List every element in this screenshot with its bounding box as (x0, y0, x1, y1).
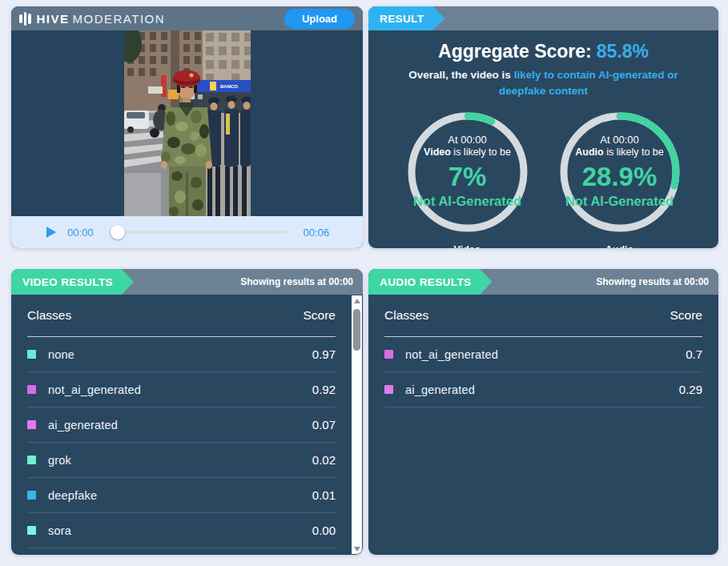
aggregate-score-line: Aggregate Score:85.8% (368, 41, 718, 62)
table-header-row: Classes Score (384, 295, 702, 337)
table-row: grok0.02 (27, 443, 336, 478)
table-row: none0.97 (27, 337, 336, 372)
result-panel: RESULT Aggregate Score:85.8% Overall, th… (368, 6, 718, 248)
seek-track[interactable] (109, 231, 289, 234)
seek-bar[interactable] (109, 225, 289, 239)
table-row: sora0.00 (27, 513, 336, 548)
seek-thumb[interactable] (111, 225, 125, 239)
bank-banner-text: BANCO (220, 84, 238, 89)
showing-results-label: Showing results at 00:00 (240, 276, 353, 287)
class-color-swatch (384, 385, 393, 394)
gauge-likely-line: Video is likely to be (424, 147, 511, 159)
class-color-swatch (27, 385, 36, 394)
result-summary: Overall, the video is likely to contain … (389, 67, 698, 100)
classes-column-header: Classes (27, 308, 71, 323)
table-row: deepfake0.01 (27, 478, 336, 513)
class-label: sora (48, 524, 71, 537)
class-label: none (48, 348, 74, 361)
video-gauge-block: At 00:00 Video is likely to be 7% Not AI… (404, 108, 532, 249)
class-score: 0.92 (312, 383, 336, 396)
video-gauge-caption: Video (404, 244, 532, 249)
class-label: grok (48, 454, 71, 467)
audio-results-header-bar: AUDIO RESULTS Showing results at 00:00 (368, 269, 718, 295)
upload-button[interactable]: Upload (284, 9, 355, 29)
class-score: 0.7 (686, 347, 702, 361)
gauge-percent: 7% (448, 160, 487, 193)
result-tag: RESULT (368, 6, 444, 30)
showing-results-label: Showing results at 00:00 (596, 276, 709, 287)
audio-gauge-caption: Audio (556, 244, 684, 249)
aggregate-score-label: Aggregate Score: (438, 41, 592, 62)
table-row: ai_generated0.29 (384, 372, 702, 407)
audio-gauge-block: At 00:00 Audio is likely to be 28.9% Not… (556, 108, 684, 249)
audio-results-tag: AUDIO RESULTS (368, 269, 492, 295)
table-row: not_ai_generated0.7 (384, 337, 702, 372)
class-color-swatch (27, 420, 36, 429)
class-color-swatch (27, 350, 36, 359)
player-controls: 00:00 00:06 (11, 216, 363, 248)
class-score: 0.00 (312, 524, 336, 537)
video-results-table: Classes Score none0.97not_ai_generated0.… (11, 295, 363, 548)
class-label: deepfake (48, 489, 97, 502)
class-label: not_ai_generated (405, 348, 498, 361)
class-color-swatch (27, 491, 36, 500)
summary-prefix: Overall, the video is (408, 69, 513, 81)
class-score: 0.97 (312, 347, 336, 361)
gauge-likely-line: Audio is likely to be (575, 147, 663, 159)
table-scrollbar[interactable] (352, 295, 362, 554)
class-color-swatch (27, 456, 36, 464)
class-label: ai_generated (405, 383, 475, 396)
class-color-swatch (384, 350, 393, 359)
brand-moderation: MODERATION (73, 12, 166, 26)
brand: HIVEMODERATION (19, 11, 165, 26)
score-column-header: Score (670, 308, 703, 323)
class-score: 0.02 (312, 453, 336, 467)
gauge-at-time: At 00:00 (600, 134, 638, 147)
audio-gauge: At 00:00 Audio is likely to be 28.9% Not… (556, 108, 684, 236)
summary-highlight: likely to contain AI-generated or deepfa… (499, 69, 678, 97)
gauge-percent: 28.9% (582, 160, 658, 193)
gauge-verdict: Not AI-Generated (565, 193, 674, 210)
classes-column-header: Classes (384, 308, 428, 323)
class-color-swatch (27, 526, 36, 535)
video-results-tag: VIDEO RESULTS (11, 269, 134, 295)
gauge-at-time: At 00:00 (448, 134, 486, 147)
result-header-bar: RESULT (368, 6, 718, 30)
video-results-header-bar: VIDEO RESULTS Showing results at 00:00 (11, 269, 363, 295)
class-score: 0.29 (679, 383, 702, 396)
hive-logo-icon (19, 11, 31, 26)
class-label: ai_generated (48, 419, 118, 432)
video-frame-image: BANCO (124, 30, 251, 216)
audio-results-panel: AUDIO RESULTS Showing results at 00:00 C… (368, 269, 718, 555)
video-results-panel: VIDEO RESULTS Showing results at 00:00 C… (11, 269, 363, 555)
class-score: 0.07 (312, 418, 336, 432)
current-time: 00:00 (67, 227, 98, 239)
score-column-header: Score (304, 308, 336, 323)
video-player-panel: HIVEMODERATION Upload (11, 6, 363, 248)
video-gauge: At 00:00 Video is likely to be 7% Not AI… (404, 108, 532, 236)
video-display[interactable]: BANCO (11, 30, 363, 216)
audio-results-table: Classes Score not_ai_generated0.7ai_gene… (368, 295, 718, 407)
duration-time: 00:06 (300, 227, 329, 239)
play-button[interactable] (46, 227, 56, 238)
class-score: 0.01 (312, 488, 336, 502)
brand-text: HIVEMODERATION (37, 12, 166, 26)
result-body: Aggregate Score:85.8% Overall, the video… (368, 30, 718, 248)
class-label: not_ai_generated (48, 383, 141, 396)
table-header-row: Classes Score (27, 295, 336, 337)
scroll-down-arrow-icon[interactable] (352, 543, 362, 554)
aggregate-score-value: 85.8% (597, 41, 649, 62)
scroll-up-arrow-icon[interactable] (352, 295, 362, 307)
app-header: HIVEMODERATION Upload (11, 6, 363, 30)
table-row: not_ai_generated0.92 (27, 372, 336, 407)
brand-hive: HIVE (37, 12, 70, 26)
table-row: ai_generated0.07 (27, 407, 336, 443)
scrollbar-thumb[interactable] (353, 309, 360, 351)
gauge-verdict: Not AI-Generated (413, 193, 521, 210)
